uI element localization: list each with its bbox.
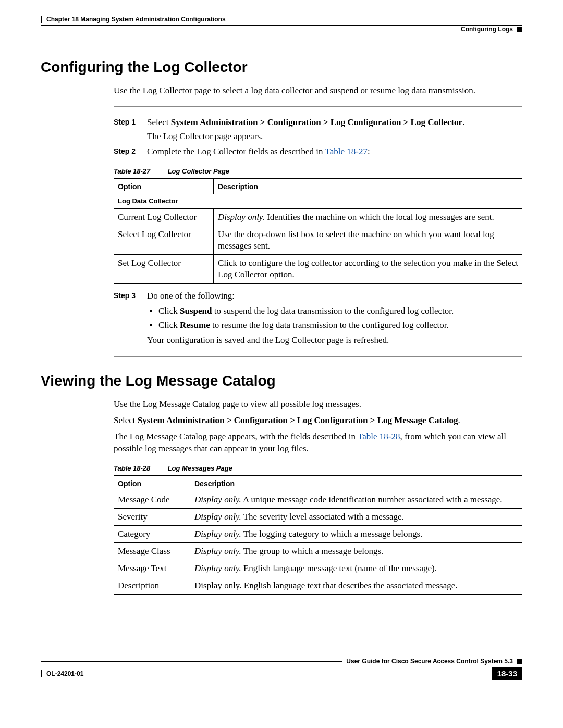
desc-em: Display only. xyxy=(194,512,241,522)
desc-text: Use the drop-down list box to select the… xyxy=(218,229,494,251)
table-row: Message Code Display only. A unique mess… xyxy=(114,491,522,508)
section1-intro: Use the Log Collector page to select a l… xyxy=(114,85,522,97)
header-right: Configuring Logs xyxy=(41,26,522,33)
b1-post: to suspend the log data transmission to … xyxy=(212,306,454,316)
desc-em: Display only. xyxy=(194,563,241,573)
sel-bold: System Administration > Configuration > … xyxy=(138,415,458,425)
b1-bold: Suspend xyxy=(180,306,212,316)
desc-text: English language message text (name of t… xyxy=(241,563,437,573)
desc-em: Display only. xyxy=(194,529,241,539)
th-description: Description xyxy=(190,476,523,491)
footer-guide-title: User Guide for Cisco Secure Access Contr… xyxy=(346,658,513,665)
th-option: Option xyxy=(114,476,190,491)
table-row: Category Display only. The logging categ… xyxy=(114,525,522,542)
table-header-row: Option Description xyxy=(114,476,522,491)
header-bar-icon xyxy=(41,16,42,23)
step1-bold: System Administration > Configuration > … xyxy=(171,117,462,127)
step2-suffix: : xyxy=(368,146,370,156)
desc-cell: Display only. A unique message code iden… xyxy=(190,491,523,508)
opt-cell: Description xyxy=(114,577,190,595)
b1-pre: Click xyxy=(158,306,180,316)
section-divider xyxy=(114,356,522,357)
step-body: Do one of the following: Click Suspend t… xyxy=(147,290,522,347)
caption-title: Log Messages Page xyxy=(168,464,232,472)
opt-cell: Current Log Collector xyxy=(114,208,214,226)
b2-post: to resume the log data transmission to t… xyxy=(210,320,449,330)
footer-line-1: User Guide for Cisco Secure Access Contr… xyxy=(41,658,522,665)
th-option: Option xyxy=(114,179,214,194)
page-number-badge: 18-33 xyxy=(492,667,522,680)
footer-rule xyxy=(41,661,342,662)
chapter-text: Chapter 18 Managing System Administratio… xyxy=(46,16,226,23)
step-1: Step 1 Select System Administration > Co… xyxy=(114,117,522,143)
square-icon xyxy=(517,27,522,32)
desc-cell: Click to configure the log collector acc… xyxy=(214,254,523,283)
opt-cell: Message Text xyxy=(114,560,190,577)
table-18-27: Option Description Log Data Collector Cu… xyxy=(114,178,522,284)
opt-cell: Category xyxy=(114,525,190,542)
page-footer: User Guide for Cisco Secure Access Contr… xyxy=(41,658,522,680)
section2-appears: The Log Message Catalog page appears, wi… xyxy=(114,431,522,455)
desc-cell: Display only. The logging category to wh… xyxy=(190,525,523,542)
desc-text: Click to configure the log collector acc… xyxy=(218,258,518,279)
desc-text: The logging category to which a message … xyxy=(241,529,423,539)
table-ref-link[interactable]: Table 18-28 xyxy=(358,431,400,441)
table-row: Message Text Display only. English langu… xyxy=(114,560,522,577)
desc-cell: Display only. The severity level associa… xyxy=(190,508,523,525)
desc-cell: Display only. English language text that… xyxy=(190,577,523,595)
desc-em: Display only. xyxy=(218,212,265,222)
subheader-cell: Log Data Collector xyxy=(114,194,522,208)
table-header-row: Option Description xyxy=(114,179,522,194)
step1-prefix: Select xyxy=(147,117,171,127)
list-item: Click Suspend to suspend the log data tr… xyxy=(158,305,522,317)
table-row: Description Display only. English langua… xyxy=(114,577,522,595)
b2-pre: Click xyxy=(158,320,180,330)
desc-cell: Use the drop-down list box to select the… xyxy=(214,226,523,254)
appears-pre: The Log Message Catalog page appears, wi… xyxy=(114,431,358,441)
table-18-28-caption: Table 18-28 Log Messages Page xyxy=(114,464,522,472)
footer-line-2: OL-24201-01 18-33 xyxy=(41,667,522,680)
step1-sub: The Log Collector page appears. xyxy=(147,131,522,143)
header-right-label: Configuring Logs xyxy=(461,26,513,33)
section-title-log-collector: Configuring the Log Collector xyxy=(41,59,522,76)
table-row: Message Class Display only. The group to… xyxy=(114,542,522,560)
caption-title: Log Collector Page xyxy=(168,167,229,175)
caption-label: Table 18-27 xyxy=(114,167,166,175)
desc-text: The group to which a message belongs. xyxy=(241,546,384,556)
list-item: Click Resume to resume the log data tran… xyxy=(158,319,522,331)
step1-suffix: . xyxy=(462,117,464,127)
b2-bold: Resume xyxy=(180,320,210,330)
sel-suffix: . xyxy=(458,415,460,425)
desc-cell: Display only. Identifies the machine on … xyxy=(214,208,523,226)
th-description: Description xyxy=(214,179,523,194)
step-label: Step 2 xyxy=(114,146,147,158)
step3-text: Do one of the following: xyxy=(147,291,235,301)
step-3: Step 3 Do one of the following: Click Su… xyxy=(114,290,522,347)
desc-text: The severity level associated with a mes… xyxy=(241,512,404,522)
table-ref-link[interactable]: Table 18-27 xyxy=(325,146,368,156)
footer-doc-id: OL-24201-01 xyxy=(46,670,83,677)
square-icon xyxy=(517,659,522,664)
sel-prefix: Select xyxy=(114,415,138,425)
opt-cell: Message Code xyxy=(114,491,190,508)
step-body: Select System Administration > Configura… xyxy=(147,117,522,143)
step3-bullets: Click Suspend to suspend the log data tr… xyxy=(147,305,522,331)
table-18-27-caption: Table 18-27 Log Collector Page xyxy=(114,167,522,175)
caption-label: Table 18-28 xyxy=(114,464,166,472)
step-body: Complete the Log Collector fields as des… xyxy=(147,146,522,158)
footer-left: OL-24201-01 xyxy=(41,670,83,677)
section2-select: Select System Administration > Configura… xyxy=(114,415,522,427)
desc-em: Display only. xyxy=(194,546,241,556)
opt-cell: Select Log Collector xyxy=(114,226,214,254)
desc-text: A unique message code identification num… xyxy=(241,495,503,504)
opt-cell: Message Class xyxy=(114,542,190,560)
desc-em: Display only. xyxy=(194,495,241,504)
section-divider xyxy=(114,106,522,107)
desc-cell: Display only. The group to which a messa… xyxy=(190,542,523,560)
opt-cell: Set Log Collector xyxy=(114,254,214,283)
desc-text: Identifies the machine on which the loca… xyxy=(265,212,494,222)
step-label: Step 1 xyxy=(114,117,147,143)
table-row: Select Log Collector Use the drop-down l… xyxy=(114,226,522,254)
table-row: Severity Display only. The severity leve… xyxy=(114,508,522,525)
section2-intro: Use the Log Message Catalog page to view… xyxy=(114,399,522,411)
